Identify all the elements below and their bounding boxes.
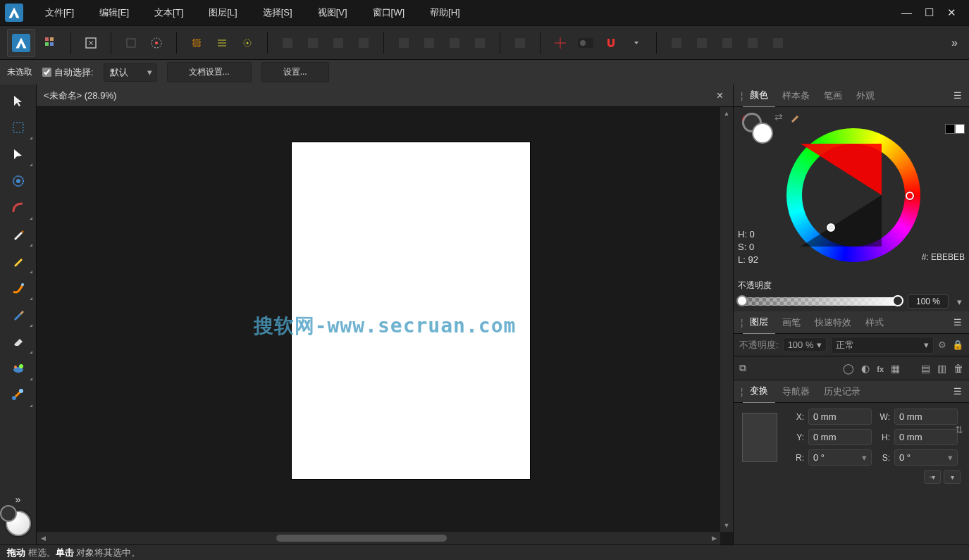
duplicate-layer-icon[interactable]: ⧉ — [739, 362, 746, 374]
color-triangle[interactable] — [801, 144, 882, 247]
tab-history[interactable]: 历史记录 — [817, 380, 868, 403]
canvas[interactable]: 搜软网-www.secruan.com ▲ ▼ ◀ ▶ — [37, 107, 733, 545]
tab-stroke[interactable]: 笔画 — [817, 85, 849, 107]
dark-mode-icon[interactable] — [574, 32, 597, 54]
main-toolbar: » — [0, 25, 969, 59]
tab-swatches[interactable]: 样本条 — [775, 85, 817, 107]
tab-brushes[interactable]: 画笔 — [775, 311, 808, 334]
document-settings-button[interactable]: 文档设置... — [167, 62, 252, 82]
add-pixel-layer-icon[interactable]: ▥ — [937, 363, 946, 374]
minimize-button[interactable]: — — [901, 6, 911, 19]
svg-rect-25 — [515, 38, 525, 48]
mini-swatch-icons[interactable] — [945, 124, 965, 134]
bool-5-icon — [767, 32, 789, 54]
close-button[interactable]: ✕ — [946, 6, 956, 19]
snap-center-icon[interactable] — [236, 32, 259, 54]
adjustment-icon[interactable]: ◐ — [861, 363, 870, 374]
target-icon[interactable] — [145, 32, 168, 54]
anchor-point-selector[interactable] — [742, 413, 777, 462]
opacity-dropdown-icon[interactable]: ▾ — [954, 297, 965, 307]
layer-lock-icon[interactable]: 🔒 — [952, 340, 963, 350]
menu-view[interactable]: 视图[V] — [305, 0, 360, 25]
svg-rect-20 — [359, 38, 369, 48]
svg-rect-3 — [50, 37, 54, 41]
align-2-icon — [418, 32, 440, 54]
document-tab-close[interactable]: × — [714, 89, 726, 102]
gear-tool[interactable] — [3, 168, 34, 194]
vector-brush-tool[interactable] — [3, 275, 34, 301]
auto-select-mode-dropdown[interactable]: 默认 ▾ — [104, 63, 157, 82]
tab-color[interactable]: 颜色 — [743, 85, 775, 108]
snap-grid-icon[interactable] — [185, 32, 208, 54]
menu-select[interactable]: 选择[S] — [250, 0, 305, 25]
menu-edit[interactable]: 编辑[E] — [87, 0, 142, 25]
tab-styles[interactable]: 样式 — [858, 311, 891, 334]
svg-point-9 — [155, 42, 158, 44]
pen-tool[interactable] — [3, 221, 34, 248]
marquee-tool[interactable] — [3, 114, 34, 141]
grid-icon[interactable] — [39, 32, 62, 54]
transform-y-field[interactable]: 0 mm — [808, 429, 872, 445]
settings-button[interactable]: 设置... — [261, 62, 329, 82]
document-tab-title[interactable]: <未命名> (28.9%) — [44, 89, 116, 102]
transform-r-field[interactable]: 0 °▾ — [808, 449, 872, 466]
artboard[interactable] — [292, 142, 530, 479]
color-swatch-toggle[interactable] — [6, 511, 31, 536]
tools-overflow-icon[interactable]: » — [16, 494, 21, 505]
menu-text[interactable]: 文本[T] — [142, 0, 196, 25]
eyedropper-icon[interactable] — [789, 111, 801, 124]
opacity-slider[interactable] — [738, 297, 902, 306]
paint-brush-tool[interactable] — [3, 301, 34, 328]
persona-button[interactable] — [7, 29, 35, 57]
tab-appearance[interactable]: 外观 — [849, 85, 882, 107]
hex-readout[interactable]: #: EBEBEB — [922, 252, 965, 262]
snap-dropdown-icon[interactable] — [625, 32, 648, 54]
crop-icon[interactable]: ▦ — [891, 363, 900, 374]
toolbar-overflow-icon[interactable]: » — [947, 37, 962, 49]
opacity-value-field[interactable]: 100 % — [908, 294, 949, 309]
expand-icon[interactable] — [80, 32, 102, 54]
tab-transform[interactable]: 变换 — [743, 380, 775, 404]
auto-select-checkbox[interactable]: 自动选择: — [42, 66, 94, 79]
layers-panel-menu-icon[interactable]: ☰ — [946, 317, 969, 328]
menu-help[interactable]: 帮助[H] — [417, 0, 473, 25]
menu-file[interactable]: 文件[F] — [32, 0, 87, 25]
transform-x-field[interactable]: 0 mm — [808, 409, 872, 425]
tab-layers[interactable]: 图层 — [743, 311, 775, 335]
vertical-scrollbar[interactable]: ▲ ▼ — [720, 107, 733, 532]
layer-cog-icon[interactable]: ⚙ — [938, 340, 946, 350]
magnet-snap-icon[interactable] — [600, 32, 622, 54]
color-triangle-cursor[interactable] — [827, 223, 835, 232]
transform-h-field[interactable]: 0 mm — [894, 429, 958, 445]
eraser-tool[interactable] — [3, 328, 34, 355]
corner-tool[interactable] — [3, 194, 34, 221]
add-layer-icon[interactable]: ▤ — [921, 363, 930, 374]
menu-window[interactable]: 窗口[W] — [360, 0, 418, 25]
move-tool[interactable] — [3, 87, 34, 114]
delete-layer-icon[interactable]: 🗑 — [953, 363, 963, 374]
fill-tool[interactable] — [3, 355, 34, 382]
transform-panel-menu-icon[interactable]: ☰ — [946, 386, 969, 397]
zoom-fit-icon[interactable] — [120, 32, 142, 54]
link-wh-icon[interactable]: ⇅ — [955, 424, 963, 435]
flip-mini-icon[interactable]: ▾ — [944, 470, 961, 484]
svg-rect-31 — [697, 38, 707, 48]
transparency-tool[interactable] — [3, 382, 34, 409]
snap-edge-icon[interactable] — [211, 32, 233, 54]
fx-icon[interactable]: fx — [877, 363, 884, 374]
menu-layer[interactable]: 图层[L] — [196, 0, 249, 25]
tab-effects[interactable]: 快速特效 — [808, 311, 858, 334]
color-panel-menu-icon[interactable]: ☰ — [946, 90, 969, 101]
blend-mode-dropdown[interactable]: 正常 ▾ — [831, 337, 934, 354]
node-tool[interactable] — [3, 141, 34, 168]
maximize-button[interactable]: ☐ — [924, 6, 934, 19]
transform-w-field[interactable]: 0 mm — [894, 409, 958, 425]
transform-origin-icon[interactable] — [549, 32, 572, 54]
mask-icon[interactable]: ◯ — [843, 363, 854, 374]
tab-navigator[interactable]: 导航器 — [775, 380, 817, 403]
horizontal-scrollbar[interactable]: ◀ ▶ — [37, 532, 720, 545]
transform-s-field[interactable]: 0 °▾ — [894, 449, 958, 466]
layer-opacity-field[interactable]: 100 % ▾ — [783, 337, 827, 352]
pencil-tool[interactable] — [3, 248, 34, 275]
align-mini-icon[interactable]: ▫▾ — [924, 470, 941, 484]
